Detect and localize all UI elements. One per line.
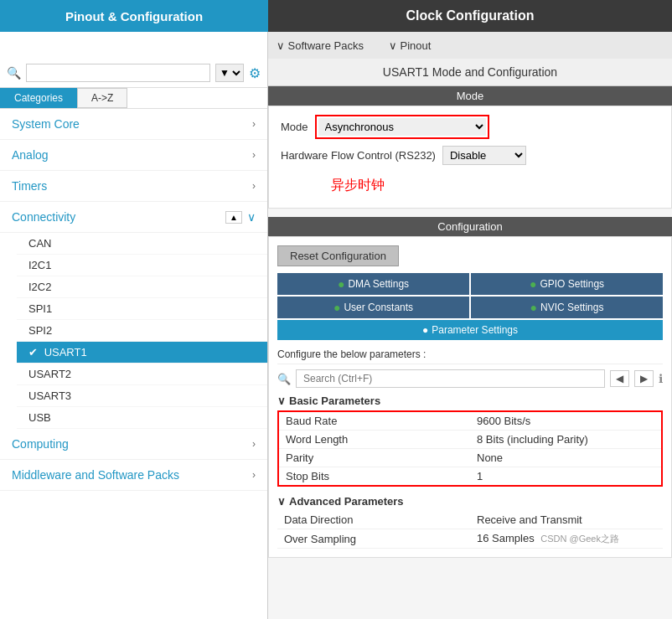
config-section-label: Configuration [437, 220, 502, 233]
dma-settings-label: DMA Settings [348, 278, 409, 290]
param-word-length-name: Word Length [278, 431, 470, 449]
tab-parameter-settings[interactable]: ● Parameter Settings [277, 320, 663, 340]
param-parity-value: None [470, 449, 662, 467]
async-clock-label: 异步时钟 [281, 172, 659, 199]
search-dropdown[interactable]: ▼ [215, 64, 244, 82]
sidebar-search-row: 🔍 ▼ ⚙ [0, 59, 267, 88]
list-item-usart3[interactable]: USART3 [17, 385, 267, 407]
list-item-i2c1[interactable]: I2C1 [17, 255, 267, 276]
gpio-settings-label: GPIO Settings [540, 278, 604, 290]
check-circle-icon: ● [530, 277, 536, 291]
param-search-input[interactable] [296, 369, 605, 388]
param-stop-bits-value: 1 [470, 467, 662, 487]
chevron-right-icon: › [252, 180, 256, 192]
right-title-text: Clock Configuration [406, 8, 535, 23]
mode-fields: Mode Asynchronous Synchronous Single Wir… [268, 106, 672, 209]
list-item-usart1[interactable]: ✔ USART1 [17, 342, 267, 364]
software-packs-link[interactable]: ∨ Software Packs [277, 39, 364, 52]
param-baud-rate-name: Baud Rate [278, 411, 470, 431]
search-icon: 🔍 [7, 66, 21, 80]
param-search-row: 🔍 ◀ ▶ ℹ [277, 369, 663, 388]
right-panel-title: Clock Configuration [268, 0, 672, 32]
check-circle-icon: ● [338, 277, 344, 291]
sidebar: 🔍 ▼ ⚙ Categories A->Z System Core › Anal… [0, 59, 268, 619]
sidebar-item-middleware[interactable]: Middleware and Software Packs › [0, 460, 267, 491]
left-title-text: Pinout & Configuration [65, 9, 203, 23]
tab-user-constants[interactable]: ● User Constants [277, 297, 469, 318]
second-row: ∨ Software Packs ∨ Pinout [0, 32, 672, 59]
hw-flow-field-row: Hardware Flow Control (RS232) Disable En… [281, 146, 659, 165]
hw-flow-select[interactable]: Disable Enable [442, 146, 526, 165]
adv-over-sampling-value: 16 Samples CSDN @Geek之路 [470, 529, 663, 549]
check-circle-icon: ● [422, 324, 428, 336]
usart-title-bar: USART1 Mode and Configuration [268, 59, 672, 86]
adv-data-direction-name: Data Direction [277, 511, 470, 529]
sidebar-item-connectivity[interactable]: Connectivity ▲ ∨ [0, 202, 267, 233]
check-circle-icon: ● [333, 301, 340, 314]
chevron-right-icon: › [252, 438, 256, 450]
mode-label: Mode [281, 121, 308, 133]
search-icon: 🔍 [277, 373, 291, 385]
main-content: 🔍 ▼ ⚙ Categories A->Z System Core › Anal… [0, 59, 672, 619]
chevron-right-icon: › [252, 118, 256, 130]
chevron-right-icon: › [252, 149, 256, 161]
system-core-label: System Core [12, 117, 80, 131]
collapse-icon: ∨ [277, 395, 286, 407]
tab-gpio-settings[interactable]: ● GPIO Settings [471, 273, 663, 295]
mode-section-bar: Mode [268, 86, 672, 106]
mode-select[interactable]: Asynchronous Synchronous Single Wire [318, 118, 486, 136]
param-parity-name: Parity [278, 449, 470, 467]
info-icon: ℹ [659, 372, 663, 385]
advanced-params-header[interactable]: ∨ Advanced Parameters [277, 495, 663, 508]
list-item-usb[interactable]: USB [17, 407, 267, 429]
basic-params-label: Basic Parameters [289, 395, 380, 407]
top-header: Pinout & Configuration Clock Configurati… [0, 0, 672, 32]
watermark-text: CSDN @Geek之路 [537, 532, 623, 545]
collapse-icon: ∨ [277, 495, 286, 508]
search-input[interactable] [26, 64, 210, 82]
reset-config-button[interactable]: Reset Configuration [277, 245, 399, 266]
check-circle-icon: ✔ [28, 346, 41, 359]
connectivity-sort-button[interactable]: ▲ [225, 211, 242, 224]
tab-nvic-settings[interactable]: ● NVIC Settings [471, 297, 663, 318]
adv-data-direction-value: Receive and Transmit [470, 511, 663, 529]
sidebar-item-system-core[interactable]: System Core › [0, 109, 267, 140]
sidebar-item-analog[interactable]: Analog › [0, 140, 267, 171]
config-section-bar: Configuration [268, 217, 672, 236]
tab-dma-settings[interactable]: ● DMA Settings [277, 273, 469, 295]
tab-atoz[interactable]: A->Z [77, 88, 127, 108]
gear-icon[interactable]: ⚙ [249, 65, 261, 81]
timers-label: Timers [12, 179, 47, 193]
list-item-can[interactable]: CAN [17, 233, 267, 255]
nvic-settings-label: NVIC Settings [540, 302, 603, 313]
right-nav: ∨ Software Packs ∨ Pinout [268, 32, 672, 59]
advanced-params-table: Data Direction Receive and Transmit Over… [277, 511, 663, 549]
list-item-usart2[interactable]: USART2 [17, 364, 267, 385]
prev-result-button[interactable]: ◀ [610, 370, 629, 387]
param-baud-rate-value: 9600 Bits/s [470, 411, 662, 431]
list-item-i2c2[interactable]: I2C2 [17, 276, 267, 298]
tab-categories[interactable]: Categories [0, 88, 77, 108]
chevron-right-icon: › [252, 469, 256, 481]
mode-select-wrapper: Asynchronous Synchronous Single Wire [315, 115, 489, 139]
table-row: Stop Bits 1 [278, 467, 662, 487]
mode-section-label: Mode [457, 90, 484, 102]
check-circle-icon: ● [530, 301, 537, 314]
param-word-length-value: 8 Bits (including Parity) [470, 431, 662, 449]
list-item-spi2[interactable]: SPI2 [17, 320, 267, 342]
user-constants-label: User Constants [344, 302, 413, 313]
config-area: Reset Configuration ● DMA Settings ● GPI… [268, 236, 672, 558]
left-panel-title: Pinout & Configuration [0, 0, 268, 32]
pinout-link[interactable]: ∨ Pinout [389, 39, 431, 52]
table-row: Data Direction Receive and Transmit [277, 511, 663, 529]
usart-title-text: USART1 Mode and Configuration [383, 65, 557, 79]
adv-over-sampling-name: Over Sampling [277, 529, 470, 549]
next-result-button[interactable]: ▶ [634, 370, 654, 387]
list-item-spi1[interactable]: SPI1 [17, 298, 267, 320]
analog-label: Analog [12, 148, 49, 162]
basic-params-header[interactable]: ∨ Basic Parameters [277, 395, 663, 407]
chevron-down-icon: ∨ [247, 210, 256, 224]
left-gap [0, 32, 268, 59]
sidebar-item-computing[interactable]: Computing › [0, 429, 267, 460]
sidebar-item-timers[interactable]: Timers › [0, 171, 267, 202]
